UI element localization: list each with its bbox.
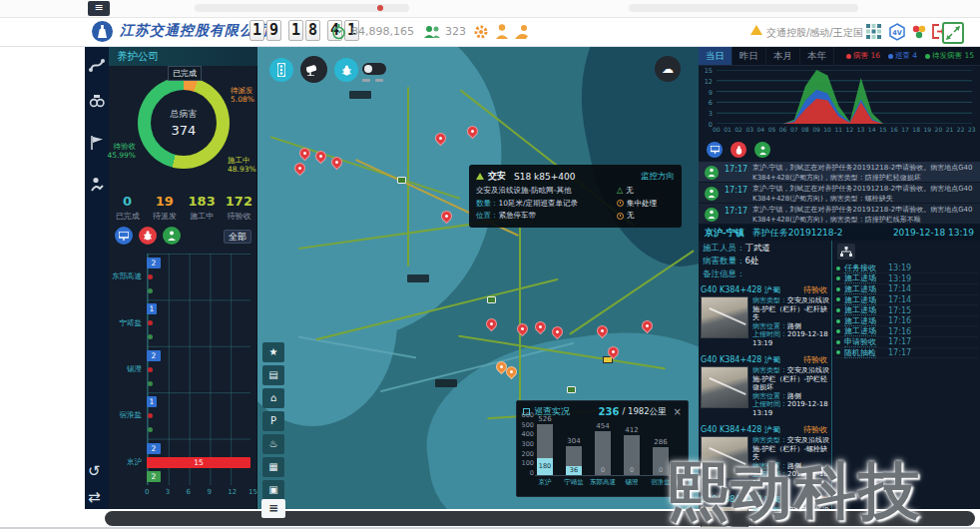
person-icon[interactable] — [495, 23, 509, 40]
parking-icon[interactable]: P — [262, 411, 284, 431]
patrol-y-tick: 500 — [519, 421, 534, 429]
right-filter-bug-icon[interactable] — [731, 142, 746, 158]
swap-icon[interactable]: ⇄ — [88, 489, 101, 505]
disease-pin-icon[interactable] — [515, 321, 531, 337]
right-filter-monitor-icon[interactable] — [707, 142, 723, 158]
hexagon-4v-icon[interactable]: 4V — [888, 23, 906, 41]
svg-text:4V: 4V — [892, 29, 902, 37]
disease-photo[interactable] — [701, 296, 748, 338]
timeline-row[interactable]: 申请验收17:17 — [834, 337, 978, 347]
flag-icon[interactable] — [89, 135, 105, 151]
patrol-chart-axis — [535, 475, 681, 476]
filter-worker-icon[interactable] — [163, 227, 181, 245]
timeline-row[interactable]: 随机抽检17:17 — [834, 348, 978, 358]
photo-layer-icon[interactable]: ▣ — [262, 480, 284, 500]
gear-icon[interactable] — [473, 24, 489, 40]
timeline-row[interactable]: 施工进场17:14 — [834, 284, 978, 294]
tab-本年[interactable]: 本年 — [800, 47, 834, 65]
disease-layer-button[interactable] — [334, 58, 358, 82]
stat-label: 施工中 — [184, 211, 221, 222]
bar-xuncha[interactable]: 2 — [147, 443, 161, 454]
event-item[interactable]: 17:17京沪-宁镇，刘斌正在对养护任务20191218-2申请验收。病害地点G… — [699, 162, 980, 183]
right-filter-worker-icon[interactable] — [754, 142, 770, 158]
alert-triangle-icon[interactable] — [750, 25, 762, 35]
left-panel-title[interactable]: 养护公司 — [109, 47, 257, 66]
fullscreen-toggle-icon[interactable] — [942, 22, 964, 44]
traffic-light-layer-button[interactable] — [269, 58, 293, 82]
bar-shigong[interactable]: 2 — [147, 471, 161, 482]
grid-apps-icon[interactable] — [866, 24, 881, 39]
binoculars-icon[interactable] — [89, 93, 105, 109]
disease-pin-icon[interactable] — [484, 316, 500, 332]
timeline-row[interactable]: 施工进场17:14 — [834, 295, 978, 305]
favorite-icon[interactable]: ★ — [262, 342, 284, 362]
map-layer-toggle[interactable] — [362, 63, 386, 75]
undo-icon[interactable]: ↺ — [88, 463, 101, 479]
map-menu-button[interactable]: ≡ — [261, 499, 285, 518]
bottom-taskbar[interactable] — [105, 511, 975, 526]
card-header: G40 K384+428 沪蜀待验收 — [701, 494, 829, 505]
card-fields: 病害类型：交安及沿线设施-护栏（栏杆）-栏杆缺失病害位置：路侧上报时间：2019… — [752, 296, 829, 347]
weather-cloud-button[interactable]: ☁ — [655, 56, 681, 82]
landmark-icon[interactable]: ⌂ — [262, 388, 284, 408]
field-value: 路侧 — [787, 322, 801, 330]
timeline-step: 随机抽检 — [844, 348, 876, 358]
building-icon[interactable]: ▤ — [262, 365, 284, 385]
task-info-row: 病害数量：6处 — [703, 256, 758, 267]
tab-昨日[interactable]: 昨日 — [733, 47, 766, 65]
timeline-time: 17:14 — [888, 295, 911, 304]
disease-card[interactable]: G40 K384+428 沪蜀待验收病害类型：交安及沿线设施-护栏（栏杆）-护栏… — [701, 354, 829, 422]
service-area-icon[interactable]: ♨ — [262, 434, 284, 454]
filter-all-button[interactable]: 全部 — [224, 230, 251, 244]
bar-xuncha[interactable]: 2 — [147, 258, 161, 268]
task-datetime: 2019-12-18 13:19 — [893, 228, 974, 238]
event-item[interactable]: 17:17京沪-宁镇，刘斌正在对养护任务20191218-2申请验收。病害地点G… — [699, 204, 980, 225]
color-dots-icon[interactable] — [911, 24, 927, 40]
legend-item: 巡查 4 — [888, 51, 917, 61]
hamburger-menu-button[interactable]: ≡ — [88, 1, 110, 16]
disease-photo[interactable] — [701, 366, 748, 408]
disease-pin-icon[interactable] — [640, 318, 656, 334]
disease-pin-icon[interactable] — [533, 319, 549, 335]
stat-label: 待派发 — [146, 211, 183, 222]
timeline-step: 施工进场 — [844, 326, 876, 336]
legend-dot-icon — [846, 54, 851, 59]
timeline-row[interactable]: 施工进场13:19 — [834, 274, 978, 284]
disease-pin-icon[interactable] — [550, 324, 566, 340]
timeline-row[interactable]: 施工进场17:16 — [834, 316, 978, 326]
zero-dot — [148, 367, 153, 372]
map-route-icon[interactable] — [89, 57, 105, 73]
area-y-tick: 6 — [699, 99, 713, 107]
worker-icon[interactable] — [89, 177, 105, 193]
filter-bug-icon[interactable] — [139, 227, 157, 245]
bar-binghai[interactable]: 15 — [147, 457, 250, 468]
map-place-label — [349, 91, 371, 99]
bar-xuncha[interactable]: 1 — [147, 396, 157, 407]
tab-本月[interactable]: 本月 — [766, 47, 800, 65]
patrol-bar-chart: 6005004003002001000526180京沪30436宁靖盐4540东… — [517, 401, 688, 496]
patrol-done-bar: 36 — [566, 466, 582, 475]
card-road: G40 K384+428 沪蜀 — [701, 494, 780, 505]
tab-当日[interactable]: 当日 — [699, 47, 733, 65]
disease-card[interactable]: G40 K384+428 沪蜀待验收病害类型：交安及沿线设施-护栏（栏杆）-栏杆… — [701, 284, 829, 352]
person-bow-icon[interactable] — [513, 24, 529, 40]
area-y-tick: 12 — [699, 78, 713, 86]
user-breadcrumb[interactable]: 交通控股/感动/王定国 — [766, 26, 863, 40]
timeline-row[interactable]: 施工进场17:16 — [834, 327, 978, 337]
timeline-dot-icon — [836, 340, 840, 344]
cctv-camera-layer-button[interactable] — [300, 56, 327, 83]
task-header[interactable]: 京沪-宁镇 养护任务20191218-2 2019-12-18 13:19 — [699, 225, 980, 241]
timeline-row[interactable]: 任务接收13:19 — [834, 264, 978, 273]
timeline-dot-icon — [836, 319, 840, 323]
grid-layer-icon[interactable]: ▦ — [262, 457, 284, 477]
org-tree-icon[interactable] — [837, 244, 855, 260]
disease-card[interactable]: G40 K384+428 沪蜀待验收病害类型：交安及沿线设施-护栏（栏杆）-螺栓… — [701, 424, 829, 492]
bar-xuncha[interactable]: 2 — [147, 350, 161, 361]
filter-monitor-icon[interactable] — [115, 227, 133, 245]
map-place-label — [435, 379, 457, 387]
disease-photo[interactable] — [701, 436, 748, 478]
bar-xuncha[interactable]: 1 — [147, 303, 157, 314]
event-item[interactable]: 17:17京沪-宁镇，刘斌正在对养护任务20191218-2申请验收。病害地点G… — [699, 183, 980, 204]
bar-category-label: 锡澄 — [109, 364, 145, 374]
timeline-row[interactable]: 施工进场17:15 — [834, 305, 978, 315]
